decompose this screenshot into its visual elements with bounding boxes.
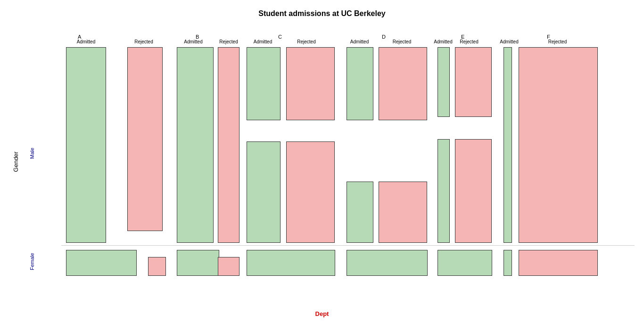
bar-d-male-rejected-bot <box>379 182 427 243</box>
f-rejected-label: Rejected <box>516 39 599 44</box>
bar-b-female-admitted <box>177 250 219 276</box>
b-rejected-label: Rejected <box>215 39 243 44</box>
x-axis-label: Dept <box>315 310 329 317</box>
bar-c-male-admitted-top <box>247 47 281 120</box>
chart-title: Student admissions at UC Berkeley <box>0 0 644 18</box>
bar-d-male-admitted-bot <box>347 182 373 243</box>
gender-female-label: Female <box>29 245 35 278</box>
chart-container: Student admissions at UC Berkeley Gender… <box>0 0 644 323</box>
bar-a-female-rejected <box>148 257 166 276</box>
bar-f-female-admitted <box>504 250 512 276</box>
a-rejected-label: Rejected <box>125 39 163 44</box>
bar-f-female-rejected <box>519 250 598 276</box>
bar-f-male-rejected <box>519 47 598 243</box>
bar-c-female-admitted <box>247 250 335 276</box>
bar-a-female-admitted <box>66 250 137 276</box>
row-divider <box>61 245 635 246</box>
bar-a-male-rejected <box>127 47 163 231</box>
d-admitted-label: Admitted <box>344 39 375 44</box>
bar-e-male-admitted-bot <box>438 139 450 243</box>
c-rejected-label: Rejected <box>283 39 330 44</box>
bar-e-male-admitted-top <box>438 47 450 117</box>
bar-b-male-admitted <box>177 47 214 243</box>
y-axis-label: Gender <box>12 151 19 172</box>
a-admitted-label: Admitted <box>66 39 106 44</box>
bar-f-male-admitted <box>504 47 512 243</box>
bar-d-female-admitted <box>347 250 428 276</box>
bar-e-male-rejected-bot <box>455 139 492 243</box>
d-rejected-label: Rejected <box>377 39 427 44</box>
bar-a-male-admitted <box>66 47 106 243</box>
bar-b-male-rejected <box>218 47 239 243</box>
bar-b-female-rejected <box>218 257 239 276</box>
bar-e-male-rejected-top <box>455 47 492 117</box>
bar-e-female-admitted <box>438 250 492 276</box>
b-admitted-label: Admitted <box>174 39 212 44</box>
bar-d-male-admitted-top <box>347 47 373 120</box>
gender-male-label: Male <box>29 73 35 233</box>
c-admitted-label: Admitted <box>245 39 281 44</box>
bar-c-male-admitted-bot <box>247 141 281 243</box>
bar-c-male-rejected-top <box>286 47 335 120</box>
e-rejected-label: Rejected <box>450 39 488 44</box>
bar-d-male-rejected-top <box>379 47 427 120</box>
bar-c-male-rejected-bot <box>286 141 335 243</box>
